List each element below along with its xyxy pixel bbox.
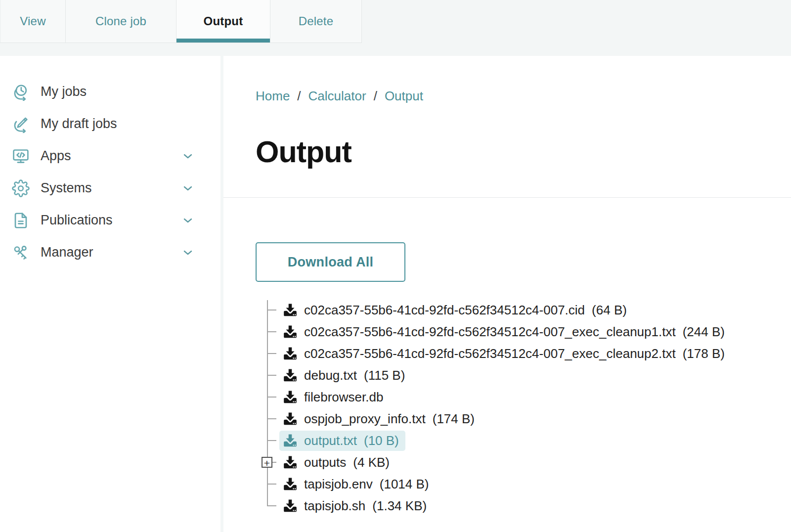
chevron-down-icon[interactable] (182, 247, 194, 259)
history-icon (12, 83, 30, 101)
file-tree-row[interactable]: ospjob_proxy_info.txt (174 B) (267, 408, 791, 430)
draft-icon (12, 115, 30, 133)
file-name: filebrowser.db (304, 390, 383, 405)
tab-output[interactable]: Output (176, 0, 270, 43)
download-icon[interactable] (283, 325, 297, 339)
file-tree-row[interactable]: c02ca357-55b6-41cd-92fd-c562f34512c4-007… (267, 299, 791, 321)
gear-icon (12, 179, 30, 197)
document-icon (12, 212, 30, 229)
file-name: c02ca357-55b6-41cd-92fd-c562f34512c4-007… (304, 303, 585, 318)
page-title: Output (256, 134, 791, 169)
file-size: (64 B) (592, 303, 627, 318)
file-tree: c02ca357-55b6-41cd-92fd-c562f34512c4-007… (267, 299, 791, 517)
chevron-down-icon[interactable] (182, 182, 194, 194)
sidebar-item-apps[interactable]: Apps (0, 140, 220, 172)
download-icon[interactable] (283, 499, 297, 513)
file-name: tapisjob.sh (304, 498, 365, 514)
file-size: (178 B) (683, 346, 725, 361)
file-size: (1.34 KB) (372, 498, 427, 514)
download-icon[interactable] (283, 368, 297, 382)
tab-delete[interactable]: Delete (270, 0, 362, 43)
breadcrumb-separator: / (297, 89, 301, 104)
sidebar-item-label: My draft jobs (41, 116, 117, 132)
file-name: debug.txt (304, 368, 357, 383)
download-icon[interactable] (283, 303, 297, 317)
main-panel: Home / Calculator / Output Output Downlo… (223, 56, 791, 532)
sidebar-item-label: My jobs (41, 84, 87, 99)
file-tree-row[interactable]: tapisjob.env (1014 B) (267, 473, 791, 495)
download-icon[interactable] (283, 434, 297, 447)
chevron-down-icon[interactable] (182, 150, 194, 162)
sidebar-item-my-jobs[interactable]: My jobs (0, 76, 220, 108)
file-name: ospjob_proxy_info.txt (304, 411, 426, 427)
content-area: My jobs My draft jobs (0, 56, 791, 532)
apps-icon (12, 147, 30, 165)
sidebar: My jobs My draft jobs (0, 56, 220, 532)
file-name: output.txt (304, 433, 357, 448)
sidebar-item-my-draft-jobs[interactable]: My draft jobs (0, 108, 220, 140)
download-icon[interactable] (283, 390, 297, 404)
sidebar-item-label: Apps (41, 148, 71, 164)
sidebar-item-systems[interactable]: Systems (0, 172, 220, 204)
expand-toggle-icon[interactable] (262, 457, 272, 468)
file-tree-row[interactable]: debug.txt (115 B) (267, 364, 791, 386)
breadcrumb-home[interactable]: Home (256, 89, 290, 104)
file-size: (115 B) (364, 368, 405, 383)
file-name: outputs (304, 455, 346, 470)
breadcrumb: Home / Calculator / Output (256, 89, 791, 104)
download-icon[interactable] (283, 412, 297, 426)
sidebar-item-manager[interactable]: Manager (0, 236, 220, 268)
file-size: (1014 B) (380, 477, 429, 492)
file-tree-row[interactable]: tapisjob.sh (1.34 KB) (267, 495, 791, 517)
file-tree-row[interactable]: outputs (4 KB) (267, 451, 791, 473)
file-size: (174 B) (433, 411, 475, 427)
file-tree-row[interactable]: filebrowser.db (267, 386, 791, 408)
breadcrumb-separator: / (374, 89, 377, 104)
download-icon[interactable] (283, 455, 297, 469)
file-name: c02ca357-55b6-41cd-92fd-c562f34512c4-007… (304, 324, 676, 340)
file-name: c02ca357-55b6-41cd-92fd-c562f34512c4-007… (304, 346, 676, 361)
tab-view[interactable]: View (0, 0, 66, 43)
breadcrumb-calculator[interactable]: Calculator (308, 89, 366, 104)
job-action-tabs: View Clone job Output Delete (0, 0, 791, 43)
sidebar-item-label: Manager (41, 245, 93, 260)
download-icon[interactable] (283, 347, 297, 360)
file-size: (4 KB) (353, 455, 390, 470)
file-name: tapisjob.env (304, 477, 373, 492)
download-icon[interactable] (283, 477, 297, 491)
chevron-down-icon[interactable] (182, 215, 194, 226)
sidebar-item-label: Publications (41, 213, 113, 228)
sidebar-item-publications[interactable]: Publications (0, 204, 220, 236)
keys-icon (12, 244, 30, 262)
file-tree-row[interactable]: output.txt (10 B) (267, 430, 791, 451)
download-all-button[interactable]: Download All (256, 242, 405, 282)
file-tree-row[interactable]: c02ca357-55b6-41cd-92fd-c562f34512c4-007… (267, 321, 791, 343)
file-size: (244 B) (683, 324, 725, 340)
file-tree-row[interactable]: c02ca357-55b6-41cd-92fd-c562f34512c4-007… (267, 343, 791, 364)
file-size: (10 B) (364, 433, 399, 448)
breadcrumb-output[interactable]: Output (385, 89, 423, 104)
sidebar-item-label: Systems (41, 180, 92, 196)
tab-clone-job[interactable]: Clone job (66, 0, 176, 43)
